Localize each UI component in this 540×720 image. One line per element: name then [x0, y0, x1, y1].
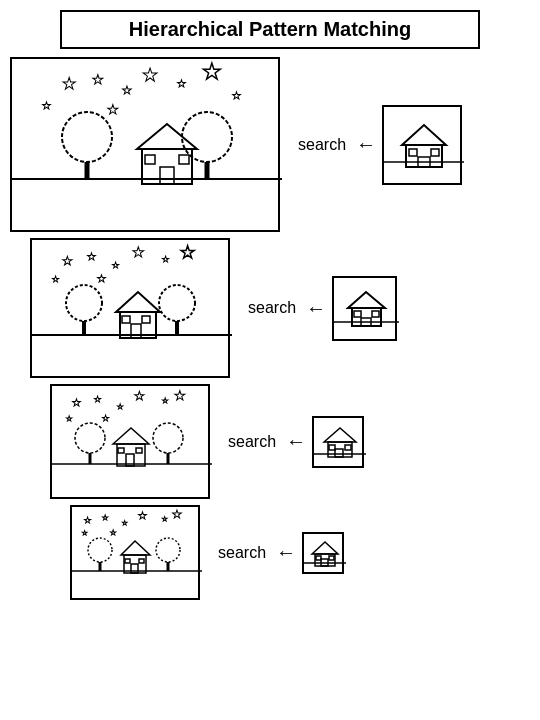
svg-text:★: ★	[180, 243, 195, 262]
svg-point-82	[88, 538, 112, 562]
svg-rect-70	[335, 449, 343, 457]
svg-text:★: ★	[138, 510, 147, 521]
svg-text:★: ★	[134, 389, 145, 403]
svg-text:★: ★	[202, 59, 222, 84]
row-4: ★ ★ ★ ★ ★ ★ ★ ★ search ←	[70, 505, 530, 600]
svg-marker-93	[312, 542, 338, 554]
svg-text:★: ★	[110, 529, 116, 536]
svg-marker-45	[348, 292, 385, 308]
svg-rect-48	[372, 311, 379, 317]
svg-marker-15	[137, 124, 197, 149]
svg-text:★: ★	[84, 516, 91, 525]
svg-rect-96	[329, 556, 334, 560]
svg-text:★: ★	[62, 75, 76, 92]
search-label-2: search	[248, 299, 296, 317]
query-medium	[332, 276, 397, 341]
svg-text:★: ★	[117, 403, 123, 410]
svg-rect-18	[179, 155, 189, 164]
scene-large: ★ ★ ★ ★ ★ ★ ★ ★ ★	[10, 57, 280, 232]
svg-text:★: ★	[94, 395, 101, 404]
svg-text:★: ★	[112, 261, 119, 270]
search-label-3: search	[228, 433, 276, 451]
svg-rect-89	[125, 559, 130, 563]
svg-rect-23	[409, 149, 417, 156]
svg-rect-66	[136, 448, 142, 453]
svg-text:★: ★	[162, 397, 168, 404]
svg-rect-72	[345, 445, 351, 450]
scene-small: ★ ★ ★ ★ ★ ★ ★ ★	[50, 384, 210, 499]
svg-rect-90	[139, 559, 144, 563]
svg-point-36	[159, 285, 195, 321]
svg-marker-21	[402, 125, 446, 145]
search-group-2: search ←	[238, 276, 397, 341]
scene-medium: ★ ★ ★ ★ ★ ★ ★ ★	[30, 238, 230, 378]
svg-text:★: ★	[87, 251, 96, 262]
search-label-4: search	[218, 544, 266, 562]
row-3: ★ ★ ★ ★ ★ ★ ★ ★ search ←	[50, 384, 530, 499]
svg-text:★: ★	[102, 414, 109, 423]
query-xsmall	[302, 532, 344, 574]
svg-marker-39	[116, 292, 160, 312]
svg-rect-71	[329, 445, 335, 450]
svg-text:★: ★	[102, 514, 108, 521]
svg-text:★: ★	[177, 78, 186, 89]
svg-point-10	[62, 112, 112, 162]
arrow-4: ←	[276, 541, 296, 564]
svg-rect-42	[142, 316, 150, 323]
svg-text:★: ★	[72, 397, 81, 408]
arrow-2: ←	[306, 297, 326, 320]
svg-rect-24	[431, 149, 439, 156]
query-large	[382, 105, 462, 185]
scene-xsmall: ★ ★ ★ ★ ★ ★ ★ ★	[70, 505, 200, 600]
svg-text:★: ★	[97, 273, 106, 284]
svg-rect-16	[160, 167, 174, 184]
row-1: ★ ★ ★ ★ ★ ★ ★ ★ ★ search	[10, 57, 530, 232]
svg-point-34	[66, 285, 102, 321]
svg-rect-65	[118, 448, 124, 453]
page-title: Hierarchical Pattern Matching	[60, 10, 480, 49]
svg-point-58	[75, 423, 105, 453]
svg-text:★: ★	[122, 84, 132, 96]
svg-rect-95	[316, 556, 321, 560]
svg-point-84	[156, 538, 180, 562]
svg-rect-47	[354, 311, 361, 317]
svg-text:★: ★	[162, 255, 169, 264]
svg-text:★: ★	[107, 102, 119, 117]
svg-text:★: ★	[66, 415, 72, 422]
svg-text:★: ★	[172, 508, 182, 520]
svg-point-60	[153, 423, 183, 453]
svg-text:★: ★	[82, 530, 87, 536]
svg-marker-87	[121, 541, 150, 555]
svg-text:★: ★	[162, 516, 167, 522]
svg-text:★: ★	[92, 72, 104, 87]
svg-marker-69	[324, 428, 356, 442]
svg-text:★: ★	[132, 244, 145, 260]
svg-text:★: ★	[142, 65, 158, 85]
arrow-1: ←	[356, 133, 376, 156]
search-group-4: search ←	[208, 532, 344, 574]
svg-text:★: ★	[174, 388, 186, 403]
query-small	[312, 416, 364, 468]
search-group-3: search ←	[218, 416, 364, 468]
arrow-3: ←	[286, 430, 306, 453]
svg-rect-17	[145, 155, 155, 164]
svg-text:★: ★	[232, 90, 241, 101]
search-label-1: search	[298, 136, 346, 154]
search-group-1: search ←	[288, 105, 462, 185]
svg-marker-63	[113, 428, 149, 444]
row-2: ★ ★ ★ ★ ★ ★ ★ ★ search ←	[30, 238, 530, 378]
svg-text:★: ★	[122, 520, 127, 526]
svg-rect-41	[122, 316, 130, 323]
svg-text:★: ★	[62, 254, 73, 268]
svg-text:★: ★	[52, 275, 59, 284]
svg-text:★: ★	[42, 100, 51, 111]
